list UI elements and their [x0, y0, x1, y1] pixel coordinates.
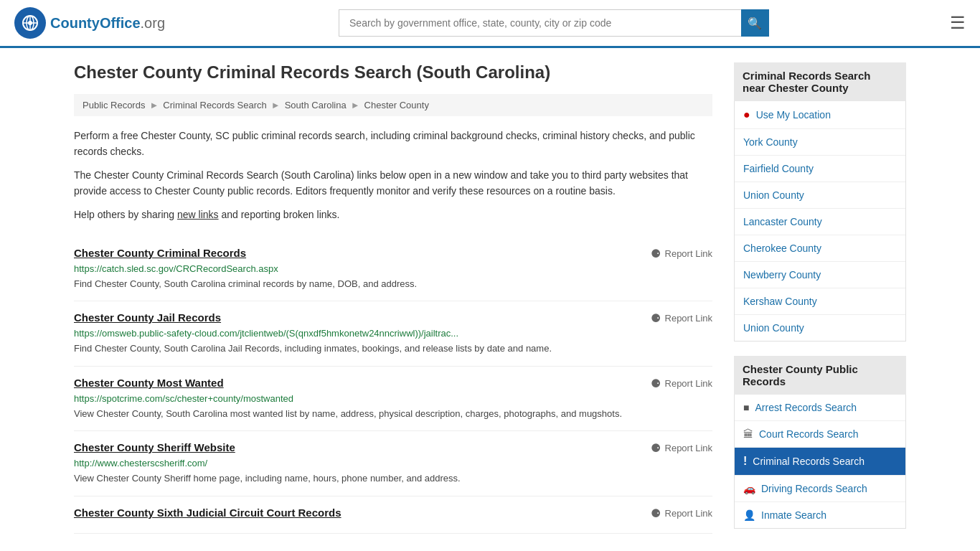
- record-item-header-1: Chester County Jail Records ⚈ Report Lin…: [74, 311, 712, 325]
- logo-tld: .org: [141, 15, 165, 31]
- sidebar-nearby-header: Criminal Records Searchnear Chester Coun…: [734, 62, 906, 101]
- sidebar-item-driving[interactable]: 🚗 Driving Records Search: [735, 476, 905, 502]
- arrest-records-link[interactable]: Arrest Records Search: [755, 402, 857, 413]
- sidebar-item-union-1[interactable]: Union County: [735, 182, 905, 209]
- report-link-3[interactable]: ⚈ Report Link: [651, 441, 712, 455]
- criminal-icon: !: [743, 455, 747, 468]
- court-records-link[interactable]: Court Records Search: [759, 428, 859, 440]
- search-input[interactable]: [339, 9, 741, 37]
- sidebar-item-lancaster[interactable]: Lancaster County: [735, 209, 905, 235]
- union-county-link-1[interactable]: Union County: [743, 189, 804, 201]
- sidebar-public-records-header-text: Chester County Public Records: [743, 363, 858, 387]
- record-url-1[interactable]: https://omsweb.public-safety-cloud.com/j…: [74, 328, 712, 339]
- search-area: 🔍: [339, 9, 769, 37]
- breadcrumb-item-south-carolina[interactable]: South Carolina: [285, 100, 347, 110]
- description-para2: The Chester County Criminal Records Sear…: [74, 167, 712, 199]
- kershaw-county-link[interactable]: Kershaw County: [743, 296, 817, 307]
- newberry-county-link[interactable]: Newberry County: [743, 269, 821, 281]
- sidebar-item-fairfield[interactable]: Fairfield County: [735, 156, 905, 182]
- sidebar-public-records-header: Chester County Public Records: [734, 356, 906, 395]
- record-item-header-2: Chester County Most Wanted ⚈ Report Link: [74, 377, 712, 390]
- logo-icon: [14, 7, 46, 39]
- sidebar-item-inmate[interactable]: 👤 Inmate Search: [735, 502, 905, 528]
- report-icon-4: ⚈: [651, 507, 661, 520]
- breadcrumb-item-public-records[interactable]: Public Records: [83, 100, 145, 110]
- cherokee-county-link[interactable]: Cherokee County: [743, 242, 821, 254]
- report-icon-2: ⚈: [651, 377, 661, 390]
- sidebar-item-newberry[interactable]: Newberry County: [735, 262, 905, 288]
- record-title-0[interactable]: Chester County Criminal Records: [74, 247, 246, 259]
- search-icon: 🔍: [748, 17, 762, 30]
- record-desc-2: View Chester County, South Carolina most…: [74, 407, 712, 421]
- record-item-4: Chester County Sixth Judicial Circuit Co…: [74, 496, 712, 534]
- record-desc-0: Find Chester County, South Carolina crim…: [74, 277, 712, 291]
- search-button[interactable]: 🔍: [741, 9, 769, 37]
- report-icon-1: ⚈: [651, 311, 661, 325]
- breadcrumb-item-chester-county[interactable]: Chester County: [364, 100, 429, 110]
- record-title-4[interactable]: Chester County Sixth Judicial Circuit Co…: [74, 507, 341, 519]
- sidebar-nearby-section: Criminal Records Searchnear Chester Coun…: [734, 62, 906, 342]
- report-link-2[interactable]: ⚈ Report Link: [651, 377, 712, 390]
- logo-area: CountyOffice.org: [14, 7, 165, 39]
- description-para1: Perform a free Chester County, SC public…: [74, 128, 712, 160]
- fairfield-county-link[interactable]: Fairfield County: [743, 163, 814, 174]
- criminal-records-link[interactable]: Criminal Records Search: [753, 456, 864, 467]
- main-container: Chester County Criminal Records Search (…: [60, 48, 920, 551]
- record-url-0[interactable]: https://catch.sled.sc.gov/CRCRecordSearc…: [74, 263, 712, 274]
- sidebar-item-union-2[interactable]: Union County: [735, 315, 905, 341]
- sidebar-item-york[interactable]: York County: [735, 129, 905, 156]
- sidebar-item-cherokee[interactable]: Cherokee County: [735, 235, 905, 262]
- location-icon: ●: [743, 108, 750, 121]
- inmate-search-link[interactable]: Inmate Search: [761, 509, 826, 521]
- driving-icon: 🚗: [743, 483, 755, 494]
- sidebar-item-criminal[interactable]: ! Criminal Records Search: [735, 448, 905, 476]
- menu-icon[interactable]: ☰: [950, 13, 966, 33]
- page-title: Chester County Criminal Records Search (…: [74, 62, 712, 83]
- breadcrumb-sep-2: ►: [271, 100, 281, 110]
- union-county-link-2[interactable]: Union County: [743, 322, 804, 334]
- breadcrumb-sep-1: ►: [149, 100, 159, 110]
- record-item-header-3: Chester County Sheriff Website ⚈ Report …: [74, 441, 712, 455]
- record-url-3[interactable]: http://www.chesterscsheriff.com/: [74, 458, 712, 468]
- description-para3-prefix: Help others by sharing: [74, 209, 177, 220]
- sidebar-item-court[interactable]: 🏛 Court Records Search: [735, 421, 905, 448]
- record-item-3: Chester County Sheriff Website ⚈ Report …: [74, 431, 712, 496]
- description: Perform a free Chester County, SC public…: [74, 128, 712, 222]
- record-url-2[interactable]: https://spotcrime.com/sc/chester+county/…: [74, 393, 712, 404]
- breadcrumb-item-criminal-records[interactable]: Criminal Records Search: [163, 100, 267, 110]
- content-area: Chester County Criminal Records Search (…: [74, 62, 712, 543]
- new-links-link[interactable]: new links: [177, 209, 219, 220]
- sidebar-nearby-header-text: Criminal Records Searchnear Chester Coun…: [743, 70, 870, 94]
- sidebar-public-records-section: Chester County Public Records ■ Arrest R…: [734, 356, 906, 529]
- sidebar: Criminal Records Searchnear Chester Coun…: [734, 62, 906, 543]
- header: CountyOffice.org 🔍 ☰: [0, 0, 980, 48]
- record-item-header-4: Chester County Sixth Judicial Circuit Co…: [74, 507, 712, 520]
- record-title-2[interactable]: Chester County Most Wanted: [74, 377, 224, 389]
- use-my-location-link[interactable]: Use My Location: [756, 109, 831, 121]
- record-title-3[interactable]: Chester County Sheriff Website: [74, 441, 235, 453]
- driving-records-link[interactable]: Driving Records Search: [761, 483, 867, 494]
- report-link-0[interactable]: ⚈ Report Link: [651, 247, 712, 260]
- record-title-1[interactable]: Chester County Jail Records: [74, 311, 221, 324]
- logo-text: CountyOffice.org: [50, 15, 165, 32]
- record-desc-3: View Chester County Sheriff home page, i…: [74, 471, 712, 486]
- inmate-icon: 👤: [743, 509, 755, 521]
- report-label-2: Report Link: [665, 378, 712, 389]
- arrest-icon: ■: [743, 402, 749, 413]
- description-para3-suffix: and reporting broken links.: [219, 209, 340, 220]
- sidebar-nearby-items: ● Use My Location York County Fairfield …: [734, 101, 906, 342]
- sidebar-use-my-location[interactable]: ● Use My Location: [735, 101, 905, 129]
- report-link-1[interactable]: ⚈ Report Link: [651, 311, 712, 325]
- report-link-4[interactable]: ⚈ Report Link: [651, 507, 712, 520]
- record-item-0: Chester County Criminal Records ⚈ Report…: [74, 237, 712, 302]
- sidebar-item-arrest[interactable]: ■ Arrest Records Search: [735, 395, 905, 421]
- report-icon-0: ⚈: [651, 247, 661, 260]
- sidebar-item-kershaw[interactable]: Kershaw County: [735, 288, 905, 315]
- report-label-4: Report Link: [665, 508, 712, 519]
- report-label-3: Report Link: [665, 443, 712, 453]
- york-county-link[interactable]: York County: [743, 136, 798, 148]
- svg-point-5: [28, 21, 32, 25]
- lancaster-county-link[interactable]: Lancaster County: [743, 216, 822, 227]
- sidebar-public-records-items: ■ Arrest Records Search 🏛 Court Records …: [734, 395, 906, 529]
- record-item-2: Chester County Most Wanted ⚈ Report Link…: [74, 367, 712, 432]
